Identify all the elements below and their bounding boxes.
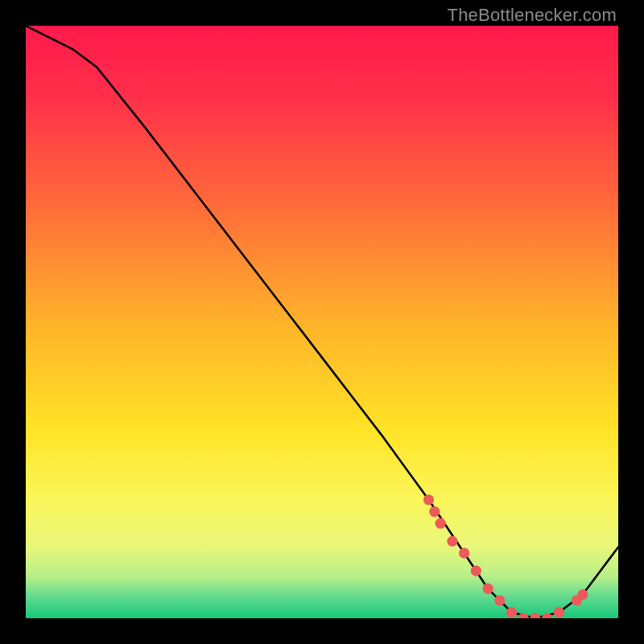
chart-stage: TheBottlenecker.com	[0, 0, 644, 644]
curve-layer	[26, 26, 618, 618]
marker-point	[423, 494, 434, 505]
marker-point	[506, 607, 517, 617]
marker-point	[436, 518, 446, 529]
plot-area	[26, 26, 618, 618]
marker-point	[482, 584, 493, 594]
marker-point	[429, 506, 440, 517]
marker-group	[423, 494, 588, 618]
marker-point	[494, 595, 505, 605]
marker-point	[447, 536, 457, 547]
marker-point	[577, 589, 588, 600]
watermark-text: TheBottlenecker.com	[448, 5, 617, 26]
marker-point	[459, 547, 469, 558]
marker-point	[530, 613, 540, 618]
marker-point	[471, 565, 481, 576]
curve-path	[26, 26, 618, 618]
marker-point	[554, 607, 564, 617]
